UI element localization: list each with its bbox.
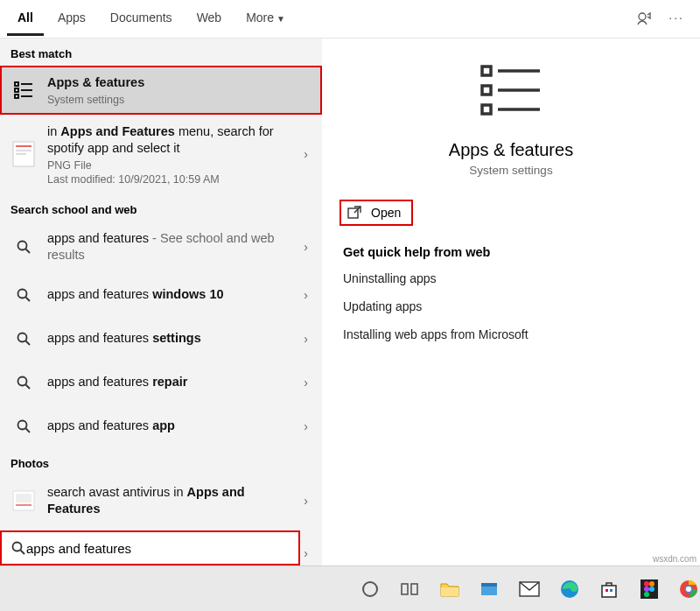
search-icon bbox=[10, 326, 37, 352]
svg-rect-29 bbox=[482, 86, 491, 95]
svg-rect-31 bbox=[482, 105, 491, 114]
svg-rect-10 bbox=[16, 153, 26, 155]
more-options-icon[interactable]: ··· bbox=[668, 11, 684, 28]
quick-help-link[interactable]: Uninstalling apps bbox=[343, 271, 679, 285]
settings-list-icon bbox=[10, 77, 37, 103]
chevron-right-icon[interactable]: › bbox=[300, 546, 312, 560]
preview-panel: Apps & features System settings Open Get… bbox=[322, 39, 700, 565]
svg-line-16 bbox=[26, 341, 31, 345]
open-button[interactable]: Open bbox=[340, 200, 413, 226]
svg-rect-40 bbox=[441, 587, 458, 596]
chevron-right-icon[interactable]: › bbox=[300, 240, 312, 254]
png-thumbnail-icon bbox=[10, 141, 37, 167]
tab-web[interactable]: Web bbox=[186, 2, 233, 36]
chevron-right-icon[interactable]: › bbox=[300, 288, 312, 302]
open-label: Open bbox=[371, 206, 401, 220]
svg-line-12 bbox=[26, 249, 31, 254]
mail-icon[interactable] bbox=[518, 577, 541, 601]
svg-point-13 bbox=[18, 289, 27, 298]
figma-icon[interactable] bbox=[638, 577, 661, 601]
web-result[interactable]: apps and features - See school and web r… bbox=[0, 221, 322, 273]
section-school-web: Search school and web bbox=[0, 194, 322, 221]
result-title: apps and features - See school and web r… bbox=[47, 230, 300, 264]
search-icon bbox=[10, 234, 37, 260]
svg-rect-47 bbox=[610, 589, 612, 592]
result-modified: Last modified: 10/9/2021, 10:59 AM bbox=[47, 173, 300, 186]
cortana-icon[interactable] bbox=[359, 577, 382, 601]
web-result[interactable]: apps and features settings› bbox=[0, 317, 322, 361]
result-title: apps and features windows 10 bbox=[47, 286, 300, 304]
search-icon bbox=[10, 413, 37, 439]
search-icon bbox=[10, 369, 37, 396]
tab-apps[interactable]: Apps bbox=[47, 2, 96, 36]
result-title: Apps & features bbox=[47, 75, 144, 89]
svg-point-17 bbox=[18, 376, 27, 385]
preview-category: System settings bbox=[331, 164, 691, 177]
svg-rect-3 bbox=[15, 88, 18, 92]
web-result[interactable]: apps and features app› bbox=[0, 404, 322, 448]
photo-thumbnail-icon bbox=[10, 488, 37, 514]
tab-documents[interactable]: Documents bbox=[100, 2, 183, 36]
svg-point-53 bbox=[644, 592, 649, 597]
svg-rect-5 bbox=[15, 95, 18, 98]
photo-result[interactable]: search avast antivirus in Apps and Featu… bbox=[0, 475, 322, 527]
chevron-down-icon: ▼ bbox=[274, 14, 285, 24]
svg-rect-27 bbox=[482, 67, 491, 75]
svg-point-49 bbox=[644, 581, 649, 586]
svg-rect-9 bbox=[16, 150, 32, 151]
taskview-icon[interactable] bbox=[399, 577, 422, 601]
chevron-right-icon[interactable]: › bbox=[300, 332, 312, 346]
chevron-right-icon[interactable]: › bbox=[300, 494, 312, 508]
result-apps-features[interactable]: Apps & features System settings bbox=[0, 66, 322, 115]
quick-help-link[interactable]: Installing web apps from Microsoft bbox=[343, 327, 679, 341]
result-title: apps and features repair bbox=[47, 374, 300, 391]
tab-all[interactable]: All bbox=[7, 2, 44, 36]
svg-rect-33 bbox=[348, 208, 358, 218]
result-title: search avast antivirus in Apps and Featu… bbox=[47, 484, 300, 518]
svg-point-0 bbox=[639, 13, 646, 20]
svg-line-18 bbox=[26, 384, 31, 389]
chevron-right-icon[interactable]: › bbox=[300, 376, 312, 390]
filter-tabs-bar: All Apps Documents Web More▼ ··· bbox=[0, 0, 700, 39]
result-filetype: PNG File bbox=[47, 159, 300, 172]
svg-line-36 bbox=[21, 551, 25, 555]
preview-title: Apps & features bbox=[331, 140, 691, 160]
web-result[interactable]: apps and features repair› bbox=[0, 361, 322, 404]
svg-point-56 bbox=[686, 586, 691, 592]
quick-help-heading: Get quick help from web bbox=[343, 245, 679, 259]
results-panel: Best match Apps & features System settin… bbox=[0, 39, 322, 565]
svg-rect-23 bbox=[16, 504, 32, 506]
file-explorer-icon[interactable] bbox=[438, 577, 461, 601]
search-input[interactable] bbox=[26, 541, 290, 556]
result-title: apps and features settings bbox=[47, 330, 300, 348]
svg-point-35 bbox=[13, 543, 22, 551]
svg-point-11 bbox=[18, 242, 27, 250]
section-photos: Photos bbox=[0, 448, 322, 475]
app-icon-1[interactable] bbox=[479, 577, 501, 601]
svg-rect-1 bbox=[15, 82, 18, 86]
svg-point-15 bbox=[18, 333, 27, 341]
chrome-icon[interactable] bbox=[678, 577, 701, 601]
svg-point-51 bbox=[644, 586, 649, 592]
chevron-right-icon[interactable]: › bbox=[300, 147, 312, 161]
quick-help-link[interactable]: Updating apps bbox=[343, 299, 679, 313]
feedback-icon[interactable] bbox=[635, 11, 653, 28]
svg-rect-42 bbox=[481, 583, 497, 586]
chevron-right-icon[interactable]: › bbox=[300, 419, 312, 433]
svg-line-20 bbox=[26, 428, 31, 432]
result-title: in Apps and Features menu, search for sp… bbox=[47, 123, 300, 158]
svg-rect-45 bbox=[602, 586, 616, 597]
result-png-file[interactable]: in Apps and Features menu, search for sp… bbox=[0, 115, 322, 194]
web-result[interactable]: apps and features windows 10› bbox=[0, 273, 322, 317]
search-box[interactable] bbox=[0, 530, 300, 565]
taskbar bbox=[0, 565, 700, 611]
svg-rect-39 bbox=[411, 584, 417, 594]
section-best-match: Best match bbox=[0, 39, 322, 66]
result-subtitle: System settings bbox=[47, 94, 312, 106]
svg-point-52 bbox=[649, 586, 654, 592]
svg-rect-38 bbox=[402, 584, 408, 594]
edge-icon[interactable] bbox=[558, 577, 581, 601]
store-icon[interactable] bbox=[598, 577, 620, 601]
apps-features-large-icon bbox=[477, 63, 545, 117]
tab-more[interactable]: More▼ bbox=[235, 2, 296, 36]
